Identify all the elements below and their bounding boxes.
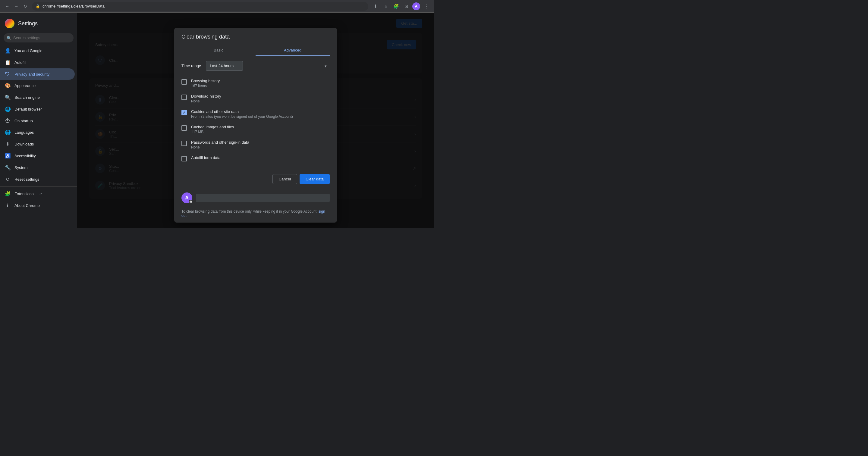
chrome-logo bbox=[5, 19, 14, 28]
back-button[interactable]: ← bbox=[4, 3, 11, 10]
sidebar: Settings 🔍 👤 You and Google 📋 Autofill 🛡… bbox=[0, 13, 77, 228]
download-history-desc: None bbox=[191, 99, 330, 103]
download-history-text: Download history None bbox=[191, 94, 330, 103]
system-icon: 🔧 bbox=[5, 165, 10, 170]
passwords-checkbox[interactable] bbox=[181, 141, 187, 146]
time-range-wrap: Last hour Last 24 hours Last 7 days Last… bbox=[206, 61, 330, 71]
accessibility-icon: ♿ bbox=[5, 153, 10, 159]
sidebar-header: Settings bbox=[0, 15, 77, 33]
autofill-text: Autofill form data bbox=[191, 155, 330, 161]
sidebar-item-appearance[interactable]: 🎨 Appearance bbox=[0, 80, 75, 92]
address-bar[interactable]: 🔒 chrome://settings/clearBrowserData bbox=[32, 2, 368, 11]
search-input[interactable] bbox=[4, 33, 73, 42]
browsing-history-checkbox[interactable] bbox=[181, 79, 187, 85]
search-icon: 🔍 bbox=[7, 36, 11, 40]
sidebar-item-search-engine[interactable]: 🔍 Search engine bbox=[0, 92, 75, 103]
sidebar-label: System bbox=[14, 165, 27, 170]
cookies-text: Cookies and other site data From 72 site… bbox=[191, 109, 330, 119]
dialog-header: Clear browsing data Basic Advanced bbox=[174, 28, 337, 56]
autofill-checkbox[interactable] bbox=[181, 156, 187, 161]
profile-name-bar bbox=[196, 194, 330, 202]
cached-title: Cached images and files bbox=[191, 125, 330, 129]
sidebar-item-autofill[interactable]: 📋 Autofill bbox=[0, 57, 75, 68]
sidebar-label: About Chrome bbox=[14, 203, 40, 208]
sidebar-item-on-startup[interactable]: ⏻ On startup bbox=[0, 115, 75, 127]
external-link-icon: ↗ bbox=[39, 192, 42, 196]
dialog-tabs: Basic Advanced bbox=[181, 45, 330, 56]
avatar: A ⚙ bbox=[181, 192, 192, 203]
appearance-icon: 🎨 bbox=[5, 83, 10, 89]
tab-advanced[interactable]: Advanced bbox=[255, 45, 330, 56]
clear-data-button[interactable]: Clear data bbox=[300, 174, 330, 184]
passwords-title: Passwords and other sign-in data bbox=[191, 140, 330, 144]
download-toolbar-icon[interactable]: ⬇ bbox=[371, 2, 380, 10]
sidebar-label: On startup bbox=[14, 119, 33, 123]
sidebar-item-you-and-google[interactable]: 👤 You and Google bbox=[0, 45, 75, 57]
sidebar-item-downloads[interactable]: ⬇ Downloads bbox=[0, 138, 75, 150]
sign-out-period: . bbox=[187, 214, 188, 218]
sidebar-label: Accessibility bbox=[14, 154, 36, 158]
cookies-title: Cookies and other site data bbox=[191, 109, 330, 114]
sidebar-item-reset[interactable]: ↺ Reset settings bbox=[0, 173, 75, 185]
dialog-footer-info: A ⚙ bbox=[174, 189, 337, 207]
passwords-desc: None bbox=[191, 145, 330, 150]
forward-button[interactable]: → bbox=[13, 3, 20, 10]
browsing-history-desc: 167 items bbox=[191, 84, 330, 88]
sidebar-item-privacy[interactable]: 🛡 Privacy and security bbox=[0, 68, 75, 80]
sidebar-label: Autofill bbox=[14, 60, 26, 65]
avatar-badge: ⚙ bbox=[189, 200, 193, 204]
profile-avatar[interactable]: A bbox=[412, 2, 420, 10]
time-range-select[interactable]: Last hour Last 24 hours Last 7 days Last… bbox=[206, 61, 243, 71]
checkbox-download-history: Download history None bbox=[181, 91, 330, 106]
browser-chrome: ← → ↻ 🔒 chrome://settings/clearBrowserDa… bbox=[0, 0, 434, 13]
download-history-title: Download history bbox=[191, 94, 330, 98]
sidebar-item-accessibility[interactable]: ♿ Accessibility bbox=[0, 150, 75, 162]
reset-icon: ↺ bbox=[5, 176, 10, 182]
checkbox-passwords: Passwords and other sign-in data None bbox=[181, 137, 330, 153]
startup-icon: ⏻ bbox=[5, 118, 10, 124]
sidebar-item-languages[interactable]: 🌐 Languages bbox=[0, 127, 75, 138]
sidebar-item-system[interactable]: 🔧 System bbox=[0, 162, 75, 173]
nav-buttons: ← → ↻ bbox=[4, 3, 29, 10]
dialog-sign-out: To clear browsing data from this device … bbox=[174, 207, 337, 223]
cached-desc: 117 MB bbox=[191, 130, 330, 134]
checkbox-cookies: Cookies and other site data From 72 site… bbox=[181, 106, 330, 122]
shield-icon: 🛡 bbox=[5, 71, 10, 77]
checkbox-cached: Cached images and files 117 MB bbox=[181, 122, 330, 137]
autofill-icon: 📋 bbox=[5, 60, 10, 65]
sidebar-item-default-browser[interactable]: 🌐 Default browser bbox=[0, 103, 75, 115]
info-icon: ℹ bbox=[5, 203, 10, 208]
extensions-sidebar-icon: 🧩 bbox=[5, 191, 10, 197]
cookies-checkbox[interactable] bbox=[181, 110, 187, 116]
sidebar-label: You and Google bbox=[14, 48, 42, 53]
sidebar-label: Languages bbox=[14, 130, 34, 135]
cancel-button[interactable]: Cancel bbox=[273, 174, 297, 184]
dialog-body: Time range Last hour Last 24 hours Last … bbox=[174, 56, 337, 169]
sidebar-item-extensions[interactable]: 🧩 Extensions ↗ bbox=[0, 188, 75, 200]
reload-button[interactable]: ↻ bbox=[22, 3, 29, 10]
search-engine-icon: 🔍 bbox=[5, 95, 10, 100]
tab-basic[interactable]: Basic bbox=[181, 45, 255, 56]
sidebar-search: 🔍 bbox=[4, 33, 73, 42]
dialog-title: Clear browsing data bbox=[181, 34, 330, 40]
passwords-text: Passwords and other sign-in data None bbox=[191, 140, 330, 150]
menu-icon[interactable]: ⋮ bbox=[422, 2, 430, 10]
browsing-history-title: Browsing history bbox=[191, 78, 330, 83]
browsing-history-text: Browsing history 167 items bbox=[191, 78, 330, 88]
split-icon[interactable]: ⊡ bbox=[402, 2, 410, 10]
bookmark-icon[interactable]: ☆ bbox=[381, 2, 390, 10]
time-range-label: Time range bbox=[181, 64, 201, 68]
extensions-icon[interactable]: 🧩 bbox=[392, 2, 400, 10]
sidebar-item-about[interactable]: ℹ About Chrome bbox=[0, 200, 75, 211]
sidebar-label: Default browser bbox=[14, 107, 42, 111]
sidebar-label: Extensions bbox=[14, 192, 34, 196]
downloads-icon: ⬇ bbox=[5, 141, 10, 147]
dialog-actions: Cancel Clear data bbox=[174, 169, 337, 189]
person-icon: 👤 bbox=[5, 48, 10, 54]
checkbox-autofill: Autofill form data bbox=[181, 153, 330, 164]
cookies-desc: From 72 sites (you won't be signed out o… bbox=[191, 115, 330, 119]
settings-layout: Settings 🔍 👤 You and Google 📋 Autofill 🛡… bbox=[0, 13, 434, 228]
cached-checkbox[interactable] bbox=[181, 125, 187, 131]
sidebar-label: Search engine bbox=[14, 95, 40, 100]
download-history-checkbox[interactable] bbox=[181, 95, 187, 100]
